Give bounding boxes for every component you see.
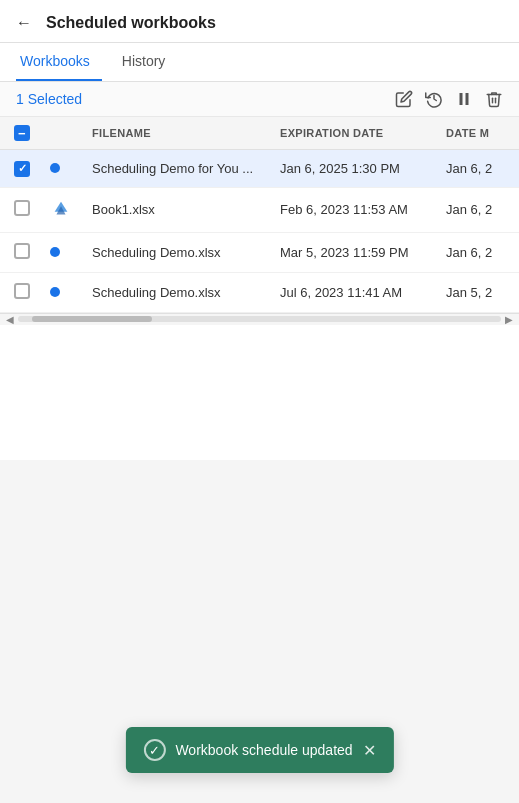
row-expiration-date: Feb 6, 2023 11:53 AM — [270, 187, 436, 232]
edit-icon[interactable] — [395, 90, 413, 108]
select-all-checkbox[interactable] — [14, 125, 30, 141]
history-icon[interactable] — [425, 90, 443, 108]
row-checkbox[interactable] — [14, 243, 30, 259]
status-dot-active — [50, 247, 60, 257]
back-arrow-icon: ← — [16, 14, 32, 32]
row-expiration-date: Mar 5, 2023 11:59 PM — [270, 232, 436, 272]
toast-check-icon: ✓ — [143, 739, 165, 761]
table-header-row: FILENAME EXPIRATION DATE DATE M — [0, 117, 519, 150]
tab-workbooks[interactable]: Workbooks — [16, 43, 102, 81]
svg-rect-0 — [460, 93, 463, 105]
toast-close-button[interactable]: ✕ — [363, 741, 376, 760]
header-filename: FILENAME — [82, 117, 270, 150]
row-checkbox-cell[interactable] — [0, 232, 40, 272]
row-status-cell — [40, 150, 82, 188]
main-panel: ← Scheduled workbooks Workbooks History … — [0, 0, 519, 803]
toast-notification: ✓ Workbook schedule updated ✕ — [125, 727, 393, 773]
status-dot-active — [50, 163, 60, 173]
status-dot-active — [50, 287, 60, 297]
row-checkbox[interactable] — [14, 200, 30, 216]
row-date-modified: Jan 6, 2 — [436, 187, 519, 232]
row-checkbox-cell[interactable] — [0, 150, 40, 188]
scroll-left-arrow[interactable]: ◀ — [2, 314, 18, 325]
scroll-track[interactable] — [18, 316, 501, 322]
toolbar-actions — [395, 90, 503, 108]
header-status-col — [40, 117, 82, 150]
delete-icon[interactable] — [485, 90, 503, 108]
table-row[interactable]: Book1.xlsx Feb 6, 2023 11:53 AM Jan 6, 2 — [0, 187, 519, 232]
row-filename: Book1.xlsx — [82, 187, 270, 232]
row-date-modified: Jan 6, 2 — [436, 232, 519, 272]
row-checkbox[interactable] — [14, 161, 30, 177]
header-expiration-date: EXPIRATION DATE — [270, 117, 436, 150]
row-status-cell — [40, 272, 82, 312]
row-checkbox-cell[interactable] — [0, 187, 40, 232]
tabs-bar: Workbooks History — [0, 43, 519, 82]
tableau-icon — [50, 198, 72, 220]
selected-count-label: 1 Selected — [16, 91, 395, 107]
workbooks-table: FILENAME EXPIRATION DATE DATE M Scheduli… — [0, 117, 519, 313]
header-date-modified: DATE M — [436, 117, 519, 150]
row-status-cell — [40, 232, 82, 272]
table-row[interactable]: Scheduling Demo.xlsx Mar 5, 2023 11:59 P… — [0, 232, 519, 272]
row-date-modified: Jan 6, 2 — [436, 150, 519, 188]
row-filename: Scheduling Demo.xlsx — [82, 272, 270, 312]
row-expiration-date: Jan 6, 2025 1:30 PM — [270, 150, 436, 188]
table-row[interactable]: Scheduling Demo.xlsx Jul 6, 2023 11:41 A… — [0, 272, 519, 312]
tab-history[interactable]: History — [118, 43, 178, 81]
row-filename: Scheduling Demo for You ... — [82, 150, 270, 188]
scroll-thumb[interactable] — [32, 316, 152, 322]
toolbar: 1 Selected — [0, 82, 519, 117]
table-container: FILENAME EXPIRATION DATE DATE M Scheduli… — [0, 117, 519, 460]
row-checkbox-cell[interactable] — [0, 272, 40, 312]
header: ← Scheduled workbooks — [0, 0, 519, 43]
row-status-cell — [40, 187, 82, 232]
horizontal-scrollbar[interactable]: ◀ ▶ — [0, 313, 519, 325]
table-row[interactable]: Scheduling Demo for You ... Jan 6, 2025 … — [0, 150, 519, 188]
toast-message: Workbook schedule updated — [175, 742, 352, 758]
row-date-modified: Jan 5, 2 — [436, 272, 519, 312]
row-expiration-date: Jul 6, 2023 11:41 AM — [270, 272, 436, 312]
page-title: Scheduled workbooks — [46, 14, 216, 32]
row-checkbox[interactable] — [14, 283, 30, 299]
pause-icon[interactable] — [455, 90, 473, 108]
back-button[interactable]: ← — [16, 14, 38, 32]
svg-rect-1 — [466, 93, 469, 105]
scroll-right-arrow[interactable]: ▶ — [501, 314, 517, 325]
row-filename: Scheduling Demo.xlsx — [82, 232, 270, 272]
header-checkbox-col — [0, 117, 40, 150]
